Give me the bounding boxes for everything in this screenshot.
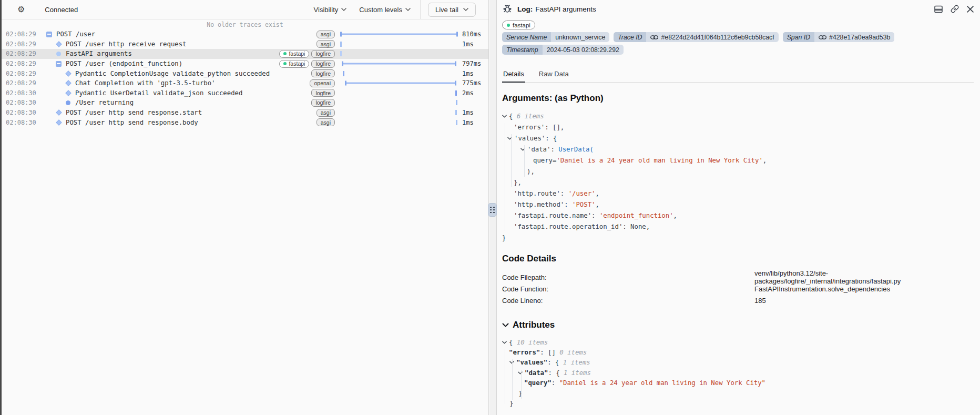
gear-icon[interactable]: ⚙ (17, 5, 25, 14)
badge-logfire: logfire (311, 50, 335, 58)
duration-tick (343, 71, 344, 76)
code-segment: { (509, 339, 517, 346)
copy-link-icon[interactable] (951, 5, 959, 13)
badge-fastapi: fastapi (279, 60, 309, 68)
chevron-down-icon[interactable] (509, 361, 516, 364)
trace-row[interactable]: 02:08:29POST /userasgi810ms (2, 29, 488, 39)
trace-row[interactable]: 02:08:29Pydantic CompletionUsage validat… (2, 68, 488, 78)
trace-row[interactable]: 02:08:30POST /user http send response.st… (2, 108, 488, 118)
trace-badges: logfire (311, 69, 335, 77)
meta-chip-span-id: Span ID#428e17a0ea9ad53b (783, 32, 895, 42)
duration-tick (456, 120, 457, 125)
trace-row[interactable]: 02:08:30Pydantic UserDetail validate_jso… (2, 88, 488, 98)
code-segment: 'fastapi.route.name' (514, 212, 591, 219)
log-title: Log:FastAPI arguments (517, 5, 596, 13)
code-segment: } (502, 234, 506, 241)
chevron-down-icon[interactable] (502, 341, 509, 344)
trace-badges: asgi (317, 31, 335, 38)
code-segment: 'data' (527, 146, 550, 153)
code-segment: query= (533, 157, 556, 164)
chip-value: 2024-05-03 02:08:29.292 (543, 45, 624, 55)
trace-row[interactable]: 02:08:29FastAPI argumentsfastapilogfire (2, 49, 488, 59)
trace-row[interactable]: 02:08:29POST /user (endpoint_function)fa… (2, 59, 488, 69)
code-detail-row: Code Lineno:185 (502, 295, 974, 306)
link-icon[interactable] (819, 35, 826, 40)
code-detail-label: Code Filepath: (502, 274, 754, 281)
tree-line: "values": { 1 items (502, 358, 974, 368)
trace-time: 02:08:29 (6, 50, 35, 57)
badge-openai: openai (310, 79, 335, 87)
diamond-icon (56, 41, 62, 47)
circle-blue-icon (66, 100, 70, 105)
collapse-square-icon[interactable] (46, 32, 52, 37)
trace-row[interactable]: 02:08:30/User returninglogfire (2, 98, 488, 108)
duration-tick (455, 110, 457, 115)
code-detail-row: Code Filepath:venv/lib/python3.12/site-p… (502, 271, 974, 283)
tree-line: "data": { 1 items (502, 368, 974, 378)
tree-line: { 10 items (502, 337, 974, 347)
chip-value: #428e17a0ea9ad53b (814, 32, 894, 42)
tree-line: 'values': { (502, 133, 974, 144)
link-icon[interactable] (650, 35, 658, 40)
trace-timeline (339, 88, 459, 98)
tab-details[interactable]: Details (502, 68, 525, 83)
trace-timeline (339, 68, 459, 78)
trace-row[interactable]: 02:08:30POST /user http send response.bo… (2, 117, 488, 127)
duration-bar (340, 32, 457, 37)
trace-row[interactable]: 02:08:29POST /user http receive requesta… (2, 39, 488, 49)
code-segment: 'endpoint_function' (599, 212, 673, 219)
bug-icon (502, 4, 513, 14)
code-segment: 'http.method' (514, 201, 564, 208)
tree-line: query='Daniel is a 24 year old man livin… (502, 155, 974, 166)
trace-time: 02:08:30 (6, 109, 35, 116)
tree-line: { 6 items (502, 110, 974, 122)
code-segment: : { (548, 369, 564, 377)
code-segment: 'fastapi.route.operation_id' (514, 223, 622, 230)
tab-raw-data[interactable]: Raw Data (538, 68, 570, 82)
diamond-icon (65, 90, 71, 96)
code-segment: : (560, 190, 568, 197)
badge-dot-icon (283, 62, 287, 65)
tree-line: }, (502, 177, 974, 188)
badge-asgi: asgi (317, 31, 335, 38)
code-segment: 1 items (563, 359, 590, 366)
duration-tick (340, 51, 342, 56)
duration-bar (342, 62, 457, 66)
log-title-text: FastAPI arguments (535, 5, 596, 13)
code-segment: }, (514, 179, 522, 186)
indent-guide (505, 123, 505, 231)
log-title-prefix: Log: (517, 5, 533, 13)
indent-guide (505, 349, 505, 404)
chip-value: unknown_service (551, 32, 609, 42)
trace-time: 02:08:30 (6, 99, 35, 106)
chip-label: Timestamp (502, 45, 543, 55)
custom-levels-dropdown[interactable]: Custom levels (353, 3, 417, 17)
panel-resize-handle[interactable] (488, 203, 497, 217)
trace-duration: 1ms (459, 109, 486, 116)
duration-tick (340, 42, 342, 47)
code-segment: , (595, 190, 599, 197)
connection-status: Connected (45, 6, 78, 14)
trace-time: 02:08:29 (6, 60, 35, 67)
trace-duration: 1ms (459, 41, 486, 48)
panel-layout-icon[interactable] (934, 5, 943, 13)
tag-fastapi[interactable]: fastapi (502, 21, 535, 29)
trace-time: 02:08:29 (6, 31, 35, 38)
chevron-down-icon[interactable] (502, 115, 509, 118)
meta-chip-timestamp: Timestamp2024-05-03 02:08:29.292 (502, 45, 624, 55)
collapse-square-icon[interactable] (56, 61, 62, 67)
custom-levels-label: Custom levels (359, 6, 402, 14)
trace-list: 02:08:29POST /userasgi810ms02:08:29POST … (2, 29, 488, 127)
trace-name: POST /user http send response.start (66, 109, 202, 116)
live-tail-dropdown[interactable]: Live tail (428, 3, 476, 17)
tree-line: } (502, 388, 974, 398)
chevron-down-icon[interactable] (502, 323, 509, 327)
trace-time: 02:08:29 (6, 79, 35, 87)
badge-asgi: asgi (317, 118, 335, 126)
visibility-dropdown[interactable]: Visibility (308, 3, 353, 17)
trace-row[interactable]: 02:08:29Chat Completion with 'gpt-3.5-tu… (2, 78, 488, 88)
indent-guide (521, 370, 522, 399)
code-segment: : { (547, 359, 563, 366)
close-icon[interactable] (967, 6, 974, 13)
chip-row: Timestamp2024-05-03 02:08:29.292 (502, 45, 974, 55)
